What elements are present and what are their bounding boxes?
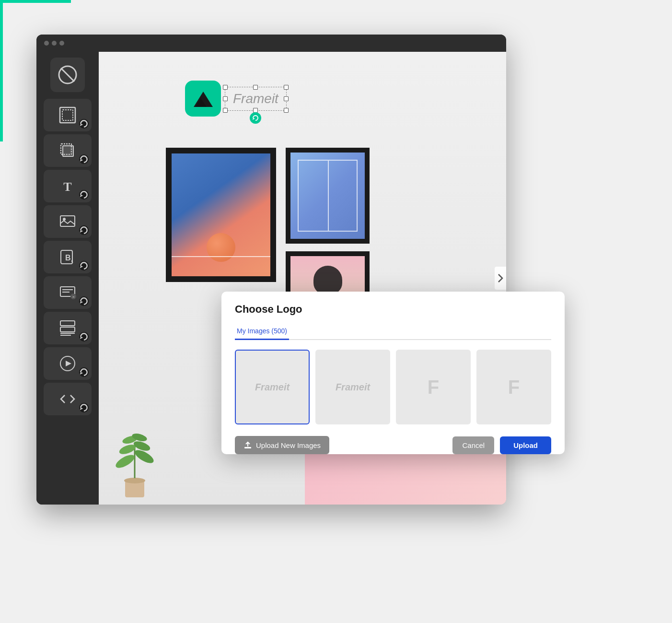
court-lines xyxy=(298,160,358,232)
video-icon xyxy=(59,355,76,372)
badge-tool-badge xyxy=(79,261,89,270)
thumb-letter-3: F xyxy=(428,376,439,398)
chevron-right-icon xyxy=(498,273,503,283)
handle-tm[interactable] xyxy=(253,85,258,90)
svg-line-1 xyxy=(61,68,74,82)
toolbar-ban-button[interactable] xyxy=(50,58,85,92)
plant-svg xyxy=(113,409,156,505)
layout-icon xyxy=(59,319,76,337)
ban-icon xyxy=(57,64,78,85)
logo-icon-box xyxy=(185,81,221,117)
handle-ml[interactable] xyxy=(223,96,228,101)
svg-point-8 xyxy=(63,218,66,221)
modal-footer-right: Cancel Upload xyxy=(452,436,551,454)
upload-new-images-button[interactable]: Upload New Images xyxy=(235,436,329,454)
svg-text:T: T xyxy=(63,180,71,194)
left-toolbar: T xyxy=(36,52,99,505)
frame-tennis xyxy=(286,148,370,244)
refresh-badge-icon8 xyxy=(79,364,89,381)
canvas-logo-text: Frameit xyxy=(233,91,278,106)
refresh-badge-icon7 xyxy=(79,328,89,345)
canvas-logo-text-box: Frameit xyxy=(225,87,287,111)
code-tool-button[interactable] xyxy=(44,383,92,415)
handle-tr[interactable] xyxy=(284,85,289,90)
caption-icon: ✕ xyxy=(59,284,76,301)
thumb-text-1: Frameit xyxy=(255,382,290,393)
layout-tool-badge xyxy=(79,332,89,341)
thumb-letter-4: F xyxy=(508,376,520,398)
image-thumb-4[interactable]: F xyxy=(476,350,551,424)
refresh-badge-icon6 xyxy=(79,293,89,310)
frame-right-column xyxy=(286,148,370,299)
refresh-badge-icon5 xyxy=(79,257,89,274)
svg-rect-17 xyxy=(60,327,75,332)
frame-tool-badge xyxy=(79,119,89,129)
upload-confirm-button[interactable]: Upload xyxy=(500,436,551,454)
refresh-badge-icon xyxy=(79,115,89,132)
code-tool-badge xyxy=(79,403,89,412)
svg-text:✕: ✕ xyxy=(72,295,75,299)
crop-tool-button[interactable] xyxy=(44,134,92,167)
refresh-badge-icon2 xyxy=(79,151,89,168)
caption-tool-button[interactable]: ✕ xyxy=(44,276,92,309)
svg-marker-21 xyxy=(66,361,71,366)
image-icon xyxy=(59,213,76,230)
crop-icon xyxy=(59,142,76,159)
svg-rect-16 xyxy=(60,321,75,326)
video-tool-badge xyxy=(79,367,89,377)
rotate-icon xyxy=(252,115,259,121)
svg-point-27 xyxy=(114,452,136,470)
window-dot-2 xyxy=(52,41,57,46)
svg-rect-3 xyxy=(62,110,73,120)
handle-br[interactable] xyxy=(284,108,289,113)
svg-rect-5 xyxy=(63,146,73,156)
rotate-handle[interactable] xyxy=(250,112,261,124)
svg-text:B: B xyxy=(65,254,71,262)
handle-bm[interactable] xyxy=(253,108,258,113)
frame-wall xyxy=(166,148,370,299)
handle-mr[interactable] xyxy=(284,96,289,101)
basketball xyxy=(207,233,235,262)
refresh-badge-icon4 xyxy=(79,222,89,239)
upload-new-images-label: Upload New Images xyxy=(256,441,321,449)
svg-point-25 xyxy=(124,478,145,483)
modal-tabs: My Images (500) xyxy=(235,323,551,340)
tab-my-images[interactable]: My Images (500) xyxy=(235,323,289,340)
image-thumb-3[interactable]: F xyxy=(396,350,471,424)
refresh-badge-icon9 xyxy=(79,399,89,416)
modal-header: Choose Logo xyxy=(221,292,565,316)
layout-tool-button[interactable] xyxy=(44,312,92,344)
crop-tool-badge xyxy=(79,154,89,164)
text-icon: T xyxy=(59,177,76,195)
badge-tool-button[interactable]: B xyxy=(44,241,92,273)
canvas-logo-element[interactable]: Frameit xyxy=(185,81,287,117)
text-tool-badge xyxy=(79,190,89,200)
window-dot-3 xyxy=(59,41,64,46)
cancel-button[interactable]: Cancel xyxy=(452,436,494,454)
badge-icon: B xyxy=(59,248,76,266)
court-mid-line xyxy=(328,161,329,231)
handle-tl[interactable] xyxy=(223,85,228,90)
video-tool-button[interactable] xyxy=(44,347,92,380)
frame-basketball xyxy=(166,148,276,282)
text-tool-button[interactable]: T xyxy=(44,170,92,202)
modal-title: Choose Logo xyxy=(235,303,551,316)
upload-icon xyxy=(243,441,252,449)
refresh-badge-icon3 xyxy=(79,186,89,203)
choose-logo-modal: Choose Logo My Images (500) Frameit Fram… xyxy=(221,292,565,454)
image-thumb-2[interactable]: Frameit xyxy=(315,350,390,424)
plant xyxy=(113,409,156,505)
window-dot-1 xyxy=(44,41,49,46)
mountain-icon xyxy=(191,87,215,111)
caption-tool-badge xyxy=(79,296,89,306)
handle-bl[interactable] xyxy=(223,108,228,113)
frame-icon xyxy=(59,106,76,124)
right-arrow-button[interactable] xyxy=(495,267,506,290)
svg-rect-33 xyxy=(244,447,251,448)
image-tool-button[interactable] xyxy=(44,205,92,238)
frame-tool-button[interactable] xyxy=(44,99,92,131)
thumb-text-2: Frameit xyxy=(336,382,370,393)
image-thumb-1[interactable]: Frameit xyxy=(235,350,310,424)
image-tool-badge xyxy=(79,225,89,235)
title-bar xyxy=(36,35,506,52)
